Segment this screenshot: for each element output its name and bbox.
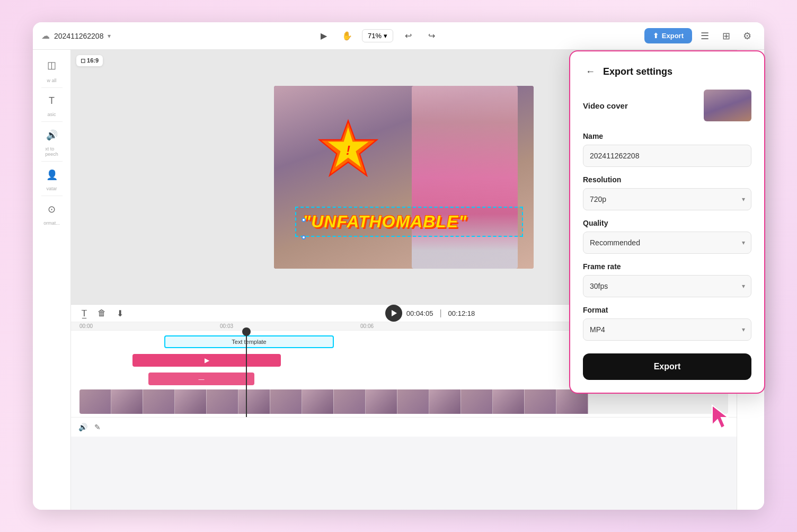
quality-select-wrapper: Recommended High Medium Low ▾: [583, 232, 751, 254]
quality-form-group: Quality Recommended High Medium Low ▾: [583, 219, 751, 254]
panel-header: ← Export settings: [583, 64, 751, 79]
current-time: 00:04:05: [406, 309, 433, 317]
frame-2: [111, 389, 143, 414]
format-icon: ⊙: [48, 203, 56, 215]
frame-14: [493, 389, 525, 414]
resize-handle-left[interactable]: [302, 218, 306, 222]
resolution-select[interactable]: 720p 1080p 480p: [583, 188, 751, 210]
layers-button[interactable]: ☰: [696, 28, 713, 45]
quality-label: Quality: [583, 219, 751, 227]
ruler-mark-1: 00:03: [220, 323, 233, 329]
cover-thumbnail[interactable]: [704, 90, 751, 121]
topbar-left: ☁ 202411262208 ▾: [41, 31, 111, 41]
sidebar-view-all-3[interactable]: xt topeech: [45, 146, 58, 157]
cover-thumb-inner: [704, 90, 751, 121]
frame-7: [270, 389, 302, 414]
sidebar-view-all-1[interactable]: w all: [47, 78, 56, 83]
explosion-effect: !: [316, 118, 380, 181]
sidebar-item-avatar[interactable]: 👤: [37, 166, 67, 184]
frame-6: [238, 389, 270, 414]
sidebar-item-text[interactable]: T: [37, 92, 67, 110]
download-clip-button[interactable]: ⬇: [114, 306, 126, 321]
back-icon: ←: [586, 66, 595, 77]
trim-tool-button[interactable]: T̲: [79, 306, 89, 321]
quality-select[interactable]: Recommended High Medium Low: [583, 232, 751, 254]
pink-clip-2[interactable]: —: [148, 373, 254, 385]
sidebar-item-media[interactable]: ◫: [37, 56, 67, 76]
text-template-label: Text template: [232, 339, 266, 345]
resolution-select-wrapper: 720p 1080p 480p ▾: [583, 188, 751, 210]
volume-button[interactable]: 🔊: [75, 420, 90, 435]
frame-13: [461, 389, 493, 414]
aspect-ratio-badge: ◻ 16:9: [76, 55, 103, 66]
frame-10: [366, 389, 397, 414]
export-action-button[interactable]: Export: [583, 353, 751, 380]
cloud-icon: ☁: [41, 31, 50, 41]
time-separator: |: [439, 308, 441, 318]
name-input[interactable]: [583, 145, 751, 167]
play-tool-button[interactable]: ▶: [315, 28, 332, 45]
resize-handle-bottom-left[interactable]: [302, 235, 306, 240]
playhead: [246, 331, 247, 417]
svg-text:!: !: [346, 143, 350, 157]
total-time: 00:12:18: [448, 309, 475, 317]
format-form-group: Format MP4 MOV AVI ▾: [583, 306, 751, 341]
settings-button[interactable]: ⚙: [739, 28, 756, 45]
play-pause-button[interactable]: [385, 305, 402, 322]
topbar-center: ▶ ✋ 71% ▾ ↩ ↪: [117, 28, 637, 45]
frame-11: [397, 389, 429, 414]
format-select-wrapper: MP4 MOV AVI ▾: [583, 318, 751, 341]
video-text-content: "UNFATHOMABLE": [303, 212, 516, 232]
video-thumbnail: ! "UNFATHOMABLE": [274, 86, 534, 269]
sidebar-view-all-2[interactable]: asic: [47, 112, 56, 117]
sidebar-divider-4: [41, 196, 63, 196]
export-icon: ⬆: [653, 32, 659, 40]
export-settings-panel: ← Export settings Video cover Name Resol…: [569, 50, 765, 394]
resolution-form-group: Resolution 720p 1080p 480p ▾: [583, 175, 751, 210]
ruler-mark-2: 00:06: [360, 323, 374, 329]
sidebar-item-format[interactable]: ⊙: [37, 200, 67, 218]
playhead-head: [242, 327, 251, 336]
zoom-dropdown[interactable]: 71% ▾: [362, 29, 393, 42]
export-label: Export: [662, 32, 684, 40]
zoom-chevron: ▾: [384, 32, 387, 40]
text-template-clip[interactable]: Text template: [164, 335, 334, 348]
sidebar-view-all-5[interactable]: ormat...: [43, 220, 60, 226]
cursor-arrow: [708, 403, 734, 434]
frame-rate-select[interactable]: 30fps 24fps 60fps: [583, 275, 751, 297]
pen-tool-button[interactable]: ✎: [90, 420, 105, 435]
frame-rate-select-wrapper: 30fps 24fps 60fps ▾: [583, 275, 751, 297]
back-button[interactable]: ←: [583, 64, 598, 79]
text-overlay-box[interactable]: "UNFATHOMABLE": [295, 207, 523, 237]
topbar-right: ⬆ Export ☰ ⊞ ⚙: [644, 28, 756, 45]
frame-4: [175, 389, 207, 414]
redo-button[interactable]: ↪: [423, 28, 440, 45]
format-label: Format: [583, 306, 751, 314]
ruler-mark-0: 00:00: [79, 323, 93, 329]
media-icon: ◫: [47, 59, 56, 71]
export-button[interactable]: ⬆ Export: [644, 28, 692, 43]
layout-button[interactable]: ⊞: [718, 28, 734, 45]
project-dropdown-chevron[interactable]: ▾: [108, 32, 111, 40]
frame-1: [79, 389, 111, 414]
aspect-ratio-text: ◻: [81, 57, 85, 64]
undo-button[interactable]: ↩: [400, 28, 417, 45]
export-action-label: Export: [654, 362, 681, 371]
pink-clip-1[interactable]: ▶: [132, 354, 281, 367]
person-figure: [412, 86, 518, 269]
name-form-group: Name: [583, 132, 751, 167]
sidebar-item-stickers[interactable]: 🔊: [37, 126, 67, 144]
timeline-bottom-tools: 🔊 ✎: [71, 417, 737, 437]
play-icon: [392, 310, 397, 316]
frame-rate-label: Frame rate: [583, 262, 751, 271]
frame-rate-form-group: Frame rate 30fps 24fps 60fps ▾: [583, 262, 751, 297]
hand-tool-button[interactable]: ✋: [339, 28, 356, 45]
frame-8: [302, 389, 334, 414]
frame-15: [525, 389, 556, 414]
sidebar-view-all-4[interactable]: vatar: [46, 186, 57, 191]
zoom-level: 71%: [368, 32, 382, 40]
resolution-label: Resolution: [583, 175, 751, 184]
delete-clip-button[interactable]: 🗑: [95, 306, 108, 320]
format-select[interactable]: MP4 MOV AVI: [583, 318, 751, 341]
sidebar-divider-1: [41, 87, 63, 88]
